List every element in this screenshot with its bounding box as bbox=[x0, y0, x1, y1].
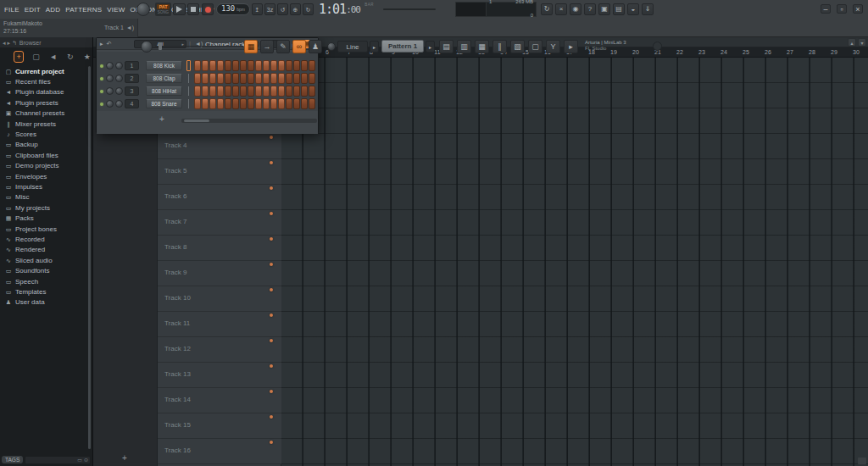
hint-knob[interactable] bbox=[141, 41, 153, 53]
playlist-track-header[interactable]: Track 10 bbox=[158, 286, 281, 312]
picker-add-button[interactable]: + bbox=[122, 453, 127, 463]
rack-scrollbar-thumb[interactable] bbox=[184, 119, 209, 122]
channel-volume-knob[interactable] bbox=[115, 62, 123, 69]
channel-pan-knob[interactable] bbox=[106, 75, 114, 82]
time-display[interactable]: 1:01 :00 BAR bbox=[319, 1, 360, 18]
step-edit-icon[interactable]: ▦ bbox=[244, 40, 258, 53]
tab-favorites[interactable]: ★ bbox=[82, 51, 92, 63]
channel-mute-led[interactable] bbox=[100, 103, 103, 106]
shuffle-slider[interactable] bbox=[155, 46, 243, 47]
mixer-icon[interactable]: ∥ bbox=[492, 40, 507, 53]
step-cell[interactable] bbox=[194, 98, 201, 109]
step-cell[interactable] bbox=[209, 86, 216, 97]
menu-add[interactable]: ADD bbox=[46, 6, 61, 14]
step-cell[interactable] bbox=[248, 73, 254, 84]
channel-mute-led[interactable] bbox=[100, 64, 103, 68]
step-cell[interactable] bbox=[286, 86, 292, 97]
step-cell[interactable] bbox=[202, 60, 209, 71]
step-cell[interactable] bbox=[209, 73, 216, 84]
channel-name-button[interactable]: 808 Clap bbox=[146, 74, 182, 83]
playlist-track-header[interactable]: Track 4 bbox=[158, 134, 281, 159]
playlist-track-header[interactable]: Track 14 bbox=[158, 388, 281, 413]
step-cell[interactable] bbox=[301, 98, 308, 109]
track-arm-led[interactable] bbox=[270, 263, 273, 266]
browser-item-channel-presets[interactable]: ▣Channel presets bbox=[0, 108, 88, 119]
tab-all[interactable]: + bbox=[14, 51, 24, 63]
snap-knob[interactable] bbox=[327, 42, 336, 51]
step-cell[interactable] bbox=[225, 60, 231, 71]
step-cell[interactable] bbox=[293, 60, 300, 71]
step-cell[interactable] bbox=[240, 86, 247, 97]
maximize-button[interactable]: ▫ bbox=[837, 4, 847, 14]
step-cell[interactable] bbox=[248, 98, 254, 109]
menu-view[interactable]: VIEW bbox=[107, 6, 125, 14]
channel-pan-knob[interactable] bbox=[106, 62, 114, 69]
menu-edit[interactable]: EDIT bbox=[25, 6, 41, 14]
browser-item-recent-files[interactable]: ▭Recent files bbox=[0, 76, 88, 86]
step-cell[interactable] bbox=[301, 73, 308, 84]
step-cell[interactable] bbox=[255, 98, 262, 109]
browser-search-input[interactable]: ▭ ⊙ bbox=[25, 456, 91, 464]
step-cell[interactable] bbox=[286, 60, 292, 71]
step-cell[interactable] bbox=[270, 73, 277, 84]
menu-file[interactable]: FILE bbox=[4, 6, 19, 14]
tab-files[interactable]: ▢ bbox=[31, 51, 41, 63]
typing-keyboard-icon[interactable]: ↥ bbox=[252, 3, 263, 15]
step-cell[interactable] bbox=[194, 86, 201, 97]
add-channel-button[interactable]: + bbox=[159, 114, 164, 124]
wait-input-icon[interactable]: ↺ bbox=[277, 3, 288, 15]
step-cell[interactable] bbox=[202, 73, 209, 84]
step-cell[interactable] bbox=[309, 73, 315, 84]
step-cell[interactable] bbox=[217, 73, 224, 84]
step-cell[interactable] bbox=[202, 86, 209, 97]
menu-patterns[interactable]: PATTERNS bbox=[65, 6, 102, 14]
plugin-picker-icon[interactable]: ▢ bbox=[528, 40, 542, 53]
step-cell[interactable] bbox=[286, 73, 292, 84]
browser-item-demo-projects[interactable]: ▭Demo projects bbox=[0, 161, 88, 171]
track-arm-led[interactable] bbox=[270, 161, 273, 164]
browser-item-envelopes[interactable]: ▭Envelopes bbox=[0, 171, 88, 181]
playlist-track-header[interactable]: Track 5 bbox=[158, 159, 281, 185]
loop-record-icon[interactable]: ↻ bbox=[303, 3, 314, 15]
browser-item-project-bones[interactable]: ▭Project bones bbox=[0, 224, 88, 234]
browser-item-current-project[interactable]: ▢Current project bbox=[0, 66, 88, 76]
track-arm-led[interactable] bbox=[270, 339, 273, 342]
channel-volume-knob[interactable] bbox=[115, 87, 123, 95]
playlist-icon[interactable]: ▤ bbox=[439, 40, 453, 53]
channel-select-indicator[interactable] bbox=[188, 74, 189, 83]
step-cell[interactable] bbox=[301, 86, 308, 97]
playlist-track-header[interactable]: Track 16 bbox=[158, 439, 281, 464]
step-cell[interactable] bbox=[263, 73, 270, 84]
tags-button[interactable]: TAGS bbox=[2, 456, 23, 463]
pattern-arrow-button[interactable]: ▸ bbox=[426, 41, 435, 53]
piano-roll-icon[interactable]: ▥ bbox=[457, 40, 471, 53]
step-cell[interactable] bbox=[263, 60, 270, 71]
download-icon[interactable]: ⇓ bbox=[642, 3, 654, 15]
step-cell[interactable] bbox=[309, 60, 315, 71]
tab-recent[interactable]: ↻ bbox=[65, 51, 75, 63]
playlist-track-header[interactable]: Track 13 bbox=[158, 363, 281, 388]
main-volume-knob[interactable] bbox=[136, 3, 150, 16]
pl-scroll-up-button[interactable]: ▴ bbox=[848, 38, 856, 47]
browser-item-packs[interactable]: ▦Packs bbox=[0, 213, 88, 223]
channel-number-button[interactable]: 2 bbox=[125, 74, 139, 83]
stamp-icon[interactable]: ♟ bbox=[309, 40, 322, 53]
step-cell[interactable] bbox=[293, 73, 300, 84]
step-cell[interactable] bbox=[240, 73, 247, 84]
step-cell[interactable] bbox=[232, 98, 239, 109]
snap-arrow-button[interactable]: ▸ bbox=[370, 41, 379, 53]
step-cell[interactable] bbox=[209, 98, 216, 109]
minimize-button[interactable]: – bbox=[821, 4, 831, 14]
close-button[interactable]: × bbox=[853, 4, 863, 14]
step-cell[interactable] bbox=[270, 60, 277, 71]
browser-item-misc[interactable]: ▭Misc bbox=[0, 192, 88, 202]
draw-icon[interactable]: ✎ bbox=[276, 40, 290, 53]
channel-pan-knob[interactable] bbox=[106, 87, 114, 95]
up-icon[interactable]: ↰ bbox=[12, 40, 17, 46]
chat-icon[interactable]: ◒ bbox=[627, 3, 639, 15]
step-cell[interactable] bbox=[194, 73, 201, 84]
export-icon[interactable]: ▤ bbox=[613, 3, 625, 15]
blend-record-icon[interactable]: ⊕ bbox=[290, 3, 301, 15]
record-button[interactable] bbox=[202, 3, 214, 15]
browser-item-user-data[interactable]: ♟User data bbox=[0, 297, 88, 308]
